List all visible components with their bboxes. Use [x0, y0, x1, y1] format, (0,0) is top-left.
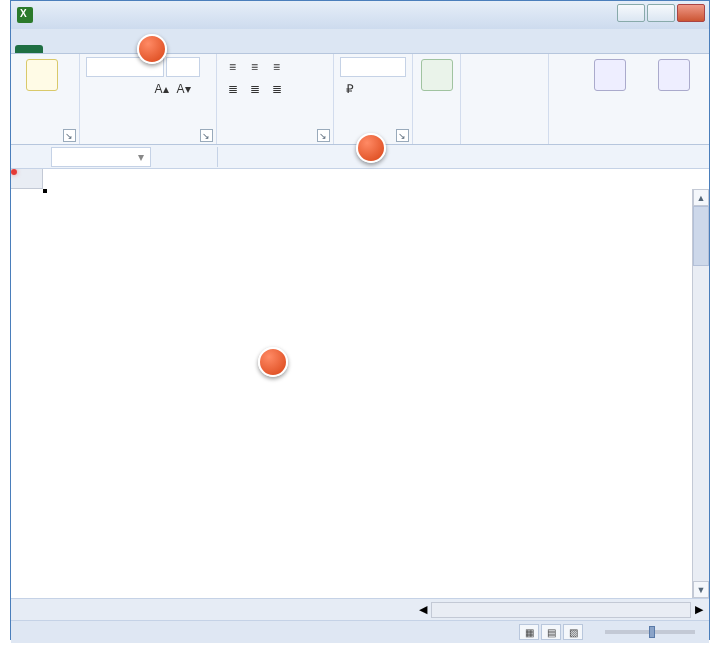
- file-tab[interactable]: [15, 45, 43, 53]
- insert-cells-icon[interactable]: [467, 57, 487, 77]
- alignment-group-label: [223, 142, 327, 143]
- paste-button[interactable]: [17, 57, 67, 95]
- italic-button[interactable]: [108, 79, 128, 99]
- align-center-button[interactable]: ≣: [245, 79, 265, 99]
- grow-font-button[interactable]: A▴: [152, 79, 172, 99]
- find-select-button[interactable]: [645, 57, 703, 95]
- font-size-combo[interactable]: [166, 57, 200, 77]
- editing-group-label: [555, 142, 703, 143]
- name-box-dropdown-icon[interactable]: ▾: [138, 150, 144, 164]
- status-bar: ▦ ▤ ▧: [11, 621, 709, 643]
- ribbon: ↘ A▴ A▾: [11, 53, 709, 145]
- group-cells: [461, 54, 549, 144]
- number-format-combo[interactable]: [340, 57, 406, 77]
- format-cells-icon[interactable]: [467, 101, 487, 121]
- close-button[interactable]: [677, 4, 705, 22]
- alignment-launcher[interactable]: ↘: [317, 129, 330, 142]
- hscroll-track[interactable]: [431, 602, 691, 618]
- styles-icon: [421, 59, 453, 91]
- delete-cells-icon[interactable]: [467, 79, 487, 99]
- align-middle-button[interactable]: ≡: [245, 57, 265, 77]
- border-button[interactable]: [86, 101, 106, 121]
- align-bottom-button[interactable]: ≡: [267, 57, 287, 77]
- normal-view-button[interactable]: ▦: [519, 624, 539, 640]
- excel-window: ↘ A▴ A▾: [10, 0, 710, 640]
- hscroll-right-button[interactable]: ▶: [695, 603, 703, 616]
- annotation-badge-2: [137, 34, 167, 64]
- page-break-view-button[interactable]: ▧: [563, 624, 583, 640]
- ribbon-tabs: [11, 29, 709, 53]
- percent-button[interactable]: [362, 79, 382, 99]
- underline-button[interactable]: [130, 79, 150, 99]
- comma-button[interactable]: [384, 79, 404, 99]
- styles-group-label: [419, 142, 454, 143]
- worksheet-grid[interactable]: ▲ ▼: [11, 169, 709, 599]
- zoom-slider[interactable]: [605, 630, 695, 634]
- fill-color-button[interactable]: [108, 101, 128, 121]
- clipboard-group-label: [17, 142, 73, 143]
- styles-button[interactable]: [419, 57, 455, 95]
- autosum-button[interactable]: [555, 57, 575, 77]
- wrap-text-button[interactable]: [289, 79, 309, 99]
- font-launcher[interactable]: ↘: [200, 129, 213, 142]
- bold-button[interactable]: [86, 79, 106, 99]
- view-buttons: ▦ ▤ ▧: [519, 624, 583, 640]
- group-alignment: ≡ ≡ ≡ ≣ ≣ ≣ ↘: [217, 54, 334, 144]
- cells-group-label: [467, 142, 542, 143]
- formula-input[interactable]: [217, 147, 709, 167]
- select-all-corner[interactable]: [11, 169, 43, 189]
- font-color-button[interactable]: [130, 101, 150, 121]
- window-buttons: [617, 4, 705, 22]
- orientation-button[interactable]: [289, 57, 309, 77]
- column-headers: [43, 169, 709, 189]
- selection-border: [43, 189, 47, 193]
- number-launcher[interactable]: ↘: [396, 129, 409, 142]
- scroll-up-button[interactable]: ▲: [693, 189, 709, 206]
- cells-area[interactable]: [43, 189, 709, 598]
- font-group-label: [86, 142, 210, 143]
- merge-button[interactable]: [267, 101, 287, 121]
- hscroll-left-button[interactable]: ◀: [419, 603, 427, 616]
- align-left-button[interactable]: ≣: [223, 79, 243, 99]
- vertical-scrollbar[interactable]: ▲ ▼: [692, 189, 709, 598]
- scroll-thumb[interactable]: [693, 206, 709, 266]
- align-right-button[interactable]: ≣: [267, 79, 287, 99]
- scroll-down-button[interactable]: ▼: [693, 581, 709, 598]
- shrink-font-button[interactable]: A▾: [174, 79, 194, 99]
- find-select-icon: [658, 59, 690, 91]
- maximize-button[interactable]: [647, 4, 675, 22]
- save-icon[interactable]: [41, 7, 57, 23]
- horizontal-scrollbar[interactable]: ◀ ▶: [419, 602, 703, 618]
- sheet-tab-bar: ◀ ▶: [11, 599, 709, 621]
- sort-filter-icon: [594, 59, 626, 91]
- paste-icon: [26, 59, 58, 91]
- clipboard-launcher[interactable]: ↘: [63, 129, 76, 142]
- currency-button[interactable]: ₽: [340, 79, 360, 99]
- annotation-badge-3: [356, 133, 386, 163]
- titlebar: [11, 1, 709, 29]
- minimize-button[interactable]: [617, 4, 645, 22]
- group-clipboard: ↘: [11, 54, 80, 144]
- align-top-button[interactable]: ≡: [223, 57, 243, 77]
- group-font: A▴ A▾ ↘: [80, 54, 217, 144]
- name-box[interactable]: ▾: [51, 147, 151, 167]
- fill-button[interactable]: [555, 79, 575, 99]
- quick-access-toolbar: [41, 7, 97, 23]
- sort-filter-button[interactable]: [579, 57, 641, 95]
- zoom-slider-thumb[interactable]: [649, 626, 655, 638]
- annotation-badge-1: [258, 347, 288, 377]
- redo-icon[interactable]: [81, 7, 97, 23]
- group-styles: [413, 54, 461, 144]
- increase-indent-button[interactable]: [245, 101, 265, 121]
- zoom-controls: [593, 630, 701, 634]
- clear-button[interactable]: [555, 101, 575, 121]
- decrease-indent-button[interactable]: [223, 101, 243, 121]
- increase-decimal-button[interactable]: [340, 101, 360, 121]
- decrease-decimal-button[interactable]: [362, 101, 382, 121]
- undo-icon[interactable]: [61, 7, 77, 23]
- app-icon: [17, 7, 33, 23]
- group-editing: [549, 54, 709, 144]
- page-layout-view-button[interactable]: ▤: [541, 624, 561, 640]
- group-number: ₽ ↘: [334, 54, 413, 144]
